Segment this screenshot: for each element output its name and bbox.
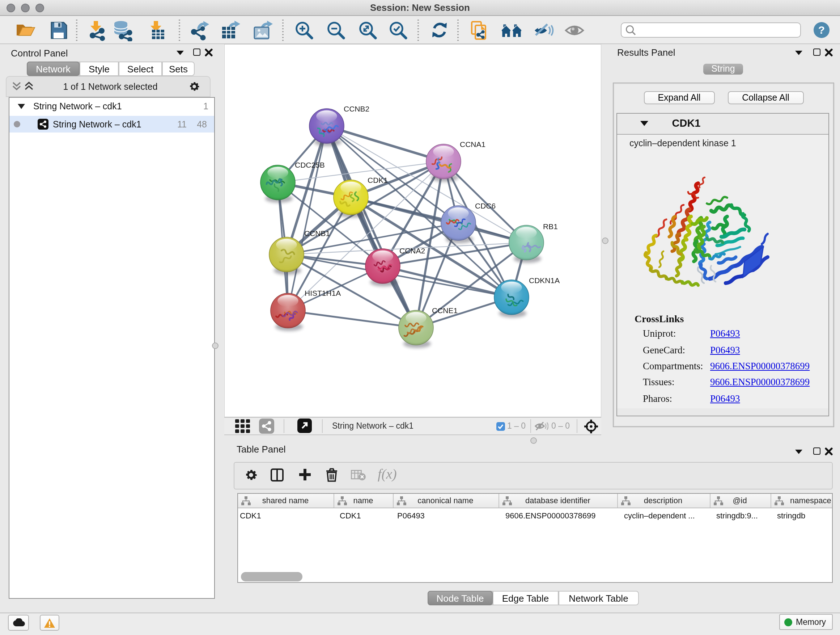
svg-text:CDC6: CDC6 <box>475 202 496 210</box>
svg-text:CDK1: CDK1 <box>368 176 388 184</box>
svg-text:CDC25B: CDC25B <box>295 161 325 169</box>
svg-text:CDKN1A: CDKN1A <box>529 276 560 285</box>
svg-text:RB1: RB1 <box>543 222 558 231</box>
svg-text:CCNB1: CCNB1 <box>304 229 330 238</box>
svg-text:CCNA2: CCNA2 <box>399 247 425 255</box>
svg-text:CCNA1: CCNA1 <box>460 140 485 149</box>
svg-text:HIST1H1A: HIST1H1A <box>305 289 341 297</box>
svg-text:CCNB2: CCNB2 <box>344 105 369 113</box>
svg-text:?: ? <box>818 24 825 36</box>
svg-text:CCNE1: CCNE1 <box>432 306 458 315</box>
